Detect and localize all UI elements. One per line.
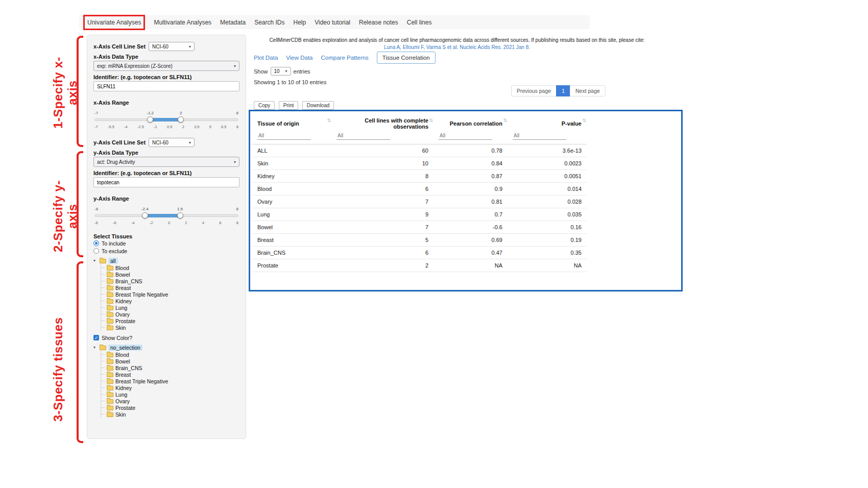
y-axis-cell-line-set-label: y-Axis Cell Line Set bbox=[93, 139, 146, 145]
tissues-include-label: To include bbox=[102, 240, 126, 247]
slider-high-value: 1.5 bbox=[177, 207, 183, 211]
nav-tab-help[interactable]: Help bbox=[294, 19, 306, 26]
tree-expander-icon[interactable]: ▾ bbox=[93, 258, 98, 263]
column-header-tissue[interactable]: Tissue of origin ⇅ bbox=[252, 113, 331, 132]
tissue-tree-item[interactable]: Bowel bbox=[101, 358, 239, 364]
tissues-include-radio[interactable]: To include bbox=[93, 239, 239, 247]
tissue-tree-item[interactable]: Brain_CNS bbox=[101, 364, 239, 371]
slider-handle-high[interactable] bbox=[178, 116, 184, 123]
sort-icon[interactable]: ⇅ bbox=[327, 118, 331, 123]
folder-icon bbox=[107, 406, 113, 410]
tissue-tree-item[interactable]: Prostate bbox=[101, 318, 239, 324]
y-axis-data-type-select[interactable]: act: Drug Activity ▾ bbox=[93, 157, 239, 167]
y-axis-identifier-input[interactable] bbox=[93, 177, 239, 187]
y-axis-cell-line-set-select[interactable]: NCI-60 ▾ bbox=[149, 138, 195, 147]
y-axis-range-slider[interactable]: -8 -2.4 1.5 8 -8-6-4-202468 bbox=[94, 207, 238, 225]
tab-compare-patterns[interactable]: Compare Patterns bbox=[321, 55, 369, 61]
slider-handle-high[interactable] bbox=[177, 212, 183, 218]
slider-handle-low[interactable] bbox=[142, 212, 148, 218]
citation-link[interactable]: Luna A, Elloumi F, Varma S et al. Nuclei… bbox=[253, 44, 661, 51]
tissue-tree-item[interactable]: Kidney bbox=[101, 384, 239, 391]
cell-lines-cell: 2 bbox=[331, 259, 433, 272]
sort-icon[interactable]: ⇅ bbox=[582, 118, 586, 123]
tissue-tree-item-label: Bowel bbox=[115, 272, 130, 278]
filter-pvalue-input[interactable] bbox=[513, 132, 566, 140]
column-header-pvalue[interactable]: P-value ⇅ bbox=[508, 113, 587, 132]
tissue-tree-item[interactable]: Ovary bbox=[101, 398, 239, 404]
tab-view-data[interactable]: View Data bbox=[286, 55, 312, 61]
x-axis-range-slider[interactable]: -7 -1.2 2 8 -7-5.5-4-2.5-10.523.556.58 bbox=[94, 111, 238, 129]
nav-tab-univariate-analyses[interactable]: Univariate Analyses bbox=[83, 15, 145, 30]
tree-connector bbox=[101, 281, 105, 281]
slider-tick-label: -2 bbox=[150, 221, 153, 225]
y-axis-range-label: y-Axis Range bbox=[93, 196, 239, 202]
tissue-tree-item[interactable]: Ovary bbox=[101, 311, 239, 318]
sort-icon[interactable]: ⇅ bbox=[503, 118, 507, 123]
slider-tick-label: -2.5 bbox=[137, 125, 144, 129]
tissues-exclude-radio[interactable]: To exclude bbox=[93, 247, 239, 255]
tissue-tree-item[interactable]: Skin bbox=[101, 324, 239, 331]
folder-icon bbox=[107, 412, 113, 417]
tissue-tree-item[interactable]: Skin bbox=[101, 411, 239, 418]
tree-root-label: all bbox=[108, 258, 118, 264]
control-sidebar: x-Axis Cell Line Set NCI-60 ▾ x-Axis Dat… bbox=[87, 35, 246, 439]
tissues-exclude-label: To exclude bbox=[102, 248, 127, 254]
tissue-tree-item[interactable]: Bowel bbox=[101, 271, 239, 278]
tissue-tree-item[interactable]: Blood bbox=[101, 351, 239, 358]
tissue-tree-item[interactable]: Breast Triple Negative bbox=[101, 378, 239, 384]
x-axis-data-type-select[interactable]: exp: mRNA Expression (Z-Score) ▾ bbox=[93, 61, 239, 71]
nav-tab-metadata[interactable]: Metadata bbox=[220, 19, 246, 26]
table-row: Brain_CNS 6 0.47 0.35 bbox=[252, 247, 587, 259]
chevron-down-icon: ▾ bbox=[189, 140, 191, 145]
pagination: Previous page 1 Next page bbox=[512, 85, 606, 96]
tissue-tree-item-label: Prostate bbox=[115, 318, 135, 324]
column-header-cell-lines[interactable]: Cell lines with complete observations ⇅ bbox=[331, 113, 433, 132]
filter-pearson-input[interactable] bbox=[439, 132, 492, 140]
page-1-button[interactable]: 1 bbox=[556, 85, 570, 96]
print-button[interactable]: Print bbox=[279, 101, 299, 110]
entries-count-select[interactable]: 10 ▾ bbox=[271, 67, 291, 76]
pearson-cell: 0.47 bbox=[433, 247, 508, 259]
slider-fill bbox=[145, 214, 180, 217]
slider-fill bbox=[150, 118, 181, 121]
x-axis-cell-line-set-select[interactable]: NCI-60 ▾ bbox=[149, 42, 195, 51]
tissue-cell: Blood bbox=[252, 183, 331, 196]
show-color-checkbox[interactable]: ✓ Show Color? bbox=[93, 334, 239, 341]
download-button[interactable]: Download bbox=[302, 101, 334, 110]
tissue-tree-item[interactable]: Lung bbox=[101, 391, 239, 398]
annotation-bracket-2 bbox=[77, 151, 83, 257]
filter-tissue-input[interactable] bbox=[257, 132, 311, 140]
tissue-tree-item[interactable]: Breast bbox=[101, 284, 239, 291]
pearson-cell: 0.69 bbox=[433, 234, 508, 247]
previous-page-button[interactable]: Previous page bbox=[511, 85, 557, 96]
tissue-tree-item[interactable]: Breast Triple Negative bbox=[101, 291, 239, 298]
pvalue-cell: 0.0023 bbox=[508, 157, 587, 170]
copy-button[interactable]: Copy bbox=[254, 101, 275, 110]
nav-tab-multivariate-analyses[interactable]: Multivariate Analyses bbox=[154, 19, 211, 26]
nav-tab-release-notes[interactable]: Release notes bbox=[359, 19, 398, 26]
tree-expander-icon[interactable]: ▾ bbox=[93, 345, 98, 350]
tab-plot-data[interactable]: Plot Data bbox=[254, 55, 278, 61]
slider-handle-low[interactable] bbox=[147, 116, 153, 123]
nav-tab-search-ids[interactable]: Search IDs bbox=[254, 19, 284, 26]
x-axis-identifier-input[interactable] bbox=[93, 81, 239, 91]
slider-ticks: -8-6-4-202468 bbox=[94, 221, 238, 225]
tissue-tree-item[interactable]: Kidney bbox=[101, 298, 239, 304]
tissue-tree-item[interactable]: Blood bbox=[101, 264, 239, 271]
select-tissues-label: Select Tissues bbox=[93, 233, 239, 239]
tree-root-no-selection[interactable]: ▾ no_selection bbox=[93, 344, 239, 351]
folder-icon bbox=[100, 259, 106, 263]
tree-root-all[interactable]: ▾ all bbox=[93, 257, 239, 264]
sort-icon[interactable]: ⇅ bbox=[429, 118, 433, 123]
tissue-tree-item[interactable]: Lung bbox=[101, 304, 239, 311]
filter-cell-lines-input[interactable] bbox=[336, 132, 390, 140]
slider-tick-label: 8 bbox=[236, 125, 238, 129]
tissue-tree-item[interactable]: Brain_CNS bbox=[101, 278, 239, 284]
tissue-tree-item[interactable]: Breast bbox=[101, 371, 239, 378]
next-page-button[interactable]: Next page bbox=[570, 85, 606, 96]
tissue-tree-item[interactable]: Prostate bbox=[101, 404, 239, 411]
column-header-pearson[interactable]: Pearson correlation ⇅ bbox=[433, 113, 508, 132]
tab-tissue-correlation[interactable]: Tissue Correlation bbox=[377, 52, 436, 64]
nav-tab-video-tutorial[interactable]: Video tutorial bbox=[315, 19, 350, 26]
nav-tab-cell-lines[interactable]: Cell lines bbox=[407, 19, 432, 26]
